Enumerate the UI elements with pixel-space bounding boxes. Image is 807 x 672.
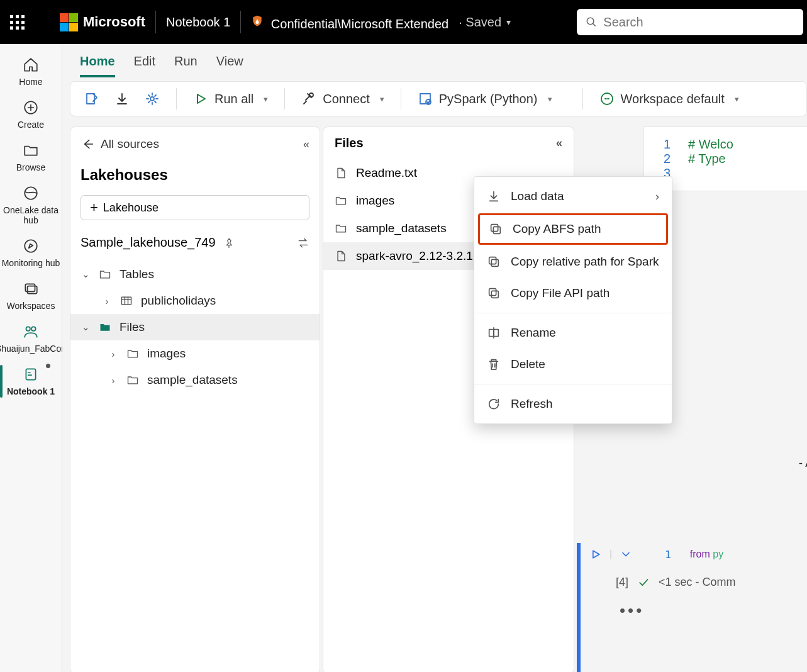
connect-button[interactable]: Connect ▾ (298, 89, 388, 109)
settings-button[interactable] (141, 89, 164, 109)
people-icon (23, 323, 39, 340)
svg-line-3 (593, 23, 595, 26)
chevron-right-icon: › (108, 349, 118, 359)
cell-active-bar (577, 543, 581, 672)
tree-folder-item[interactable]: › images (70, 340, 320, 367)
divider (240, 11, 241, 33)
ctx-refresh[interactable]: Refresh (474, 388, 672, 420)
svg-rect-20 (122, 297, 131, 305)
svg-rect-28 (491, 291, 498, 298)
search-icon (586, 16, 597, 28)
search-box[interactable] (577, 9, 803, 35)
chevron-down-icon: ▾ (735, 94, 739, 104)
table-icon (120, 294, 133, 307)
arrow-left-icon (81, 137, 94, 151)
chevron-down-icon: ⌄ (81, 269, 91, 280)
app-launcher-icon[interactable] (10, 15, 25, 30)
check-icon (637, 576, 650, 589)
chevron-down-icon: ⌄ (81, 322, 91, 333)
rail-create[interactable]: Create (0, 93, 62, 136)
microsoft-logo: Microsoft (60, 13, 145, 31)
tree-table-item[interactable]: › publicholidays (70, 288, 320, 314)
topbar: Microsoft Notebook 1 Confidential\Micros… (0, 0, 807, 44)
add-lakehouse-button[interactable]: + Lakehouse (81, 195, 309, 220)
svg-point-7 (25, 187, 37, 199)
svg-point-19 (601, 93, 613, 104)
tab-edit[interactable]: Edit (134, 54, 155, 77)
copy-icon (489, 222, 503, 236)
brand-text: Microsoft (83, 14, 145, 30)
folder-icon (126, 374, 140, 386)
svg-rect-25 (491, 225, 498, 232)
svg-rect-27 (489, 257, 496, 264)
notebook-icon (23, 366, 39, 383)
swap-icon[interactable] (297, 237, 309, 249)
language-dropdown[interactable]: PySpark (Python) ▾ (414, 89, 556, 109)
shield-icon (251, 13, 264, 28)
play-icon (193, 91, 208, 106)
cell-index: [4] (616, 576, 628, 589)
cell-more-icon[interactable]: ••• (620, 601, 644, 620)
tab-home[interactable]: Home (80, 54, 115, 77)
ctx-copy-abfs[interactable]: Copy ABFS path (478, 213, 668, 245)
rail-monitoring[interactable]: Monitoring hub (0, 232, 62, 274)
run-all-button[interactable]: Run all ▾ (189, 89, 272, 109)
file-icon (335, 249, 347, 264)
rail-onelake[interactable]: OneLake data hub (0, 179, 62, 232)
collapse-left-icon[interactable]: « (303, 138, 309, 151)
cell-run-controls[interactable]: | 1 from py (589, 548, 723, 561)
svg-rect-1 (257, 20, 259, 21)
ctx-copy-relative[interactable]: Copy relative path for Spark (474, 246, 672, 277)
save-state[interactable]: · Saved ▾ (459, 15, 511, 30)
tree-files[interactable]: ⌄ Files (70, 314, 320, 340)
folder-icon (98, 321, 112, 333)
rail-workspace-user[interactable]: Shuaijun_FabCon (0, 317, 62, 360)
cell-status: [4] <1 sec - Comm (616, 576, 736, 589)
pin-icon[interactable] (223, 237, 235, 249)
left-rail: Home Create Browse OneLake data hub Moni… (0, 44, 62, 672)
chevron-right-icon: › (655, 189, 659, 203)
plug-icon (301, 91, 316, 106)
rail-notebook[interactable]: Notebook 1 (0, 360, 62, 403)
confidentiality-label[interactable]: Confidential\Microsoft Extended (251, 13, 448, 31)
active-indicator (0, 365, 3, 398)
notebook-title[interactable]: Notebook 1 (166, 15, 230, 30)
ctx-rename[interactable]: Rename (474, 317, 672, 349)
rail-browse[interactable]: Browse (0, 136, 62, 179)
edit-notebook-button[interactable] (81, 89, 103, 109)
chevron-down-icon: ▾ (506, 17, 511, 27)
tree-folder-item[interactable]: › sample_datasets (70, 367, 320, 393)
lakehouse-name-row[interactable]: Sample_lakehouse_749 (70, 227, 320, 259)
stack-icon (23, 281, 39, 297)
download-button[interactable] (111, 89, 133, 109)
annotation-text: - A (799, 456, 807, 470)
trash-icon (487, 357, 501, 371)
ctx-copy-fileapi[interactable]: Copy File API path (474, 277, 672, 309)
plus-icon: + (90, 199, 98, 216)
lakehouses-heading: Lakehouses (70, 161, 320, 189)
collapse-left-icon[interactable]: « (556, 137, 562, 150)
svg-rect-24 (493, 227, 500, 233)
copy-icon (487, 286, 501, 300)
download-icon (487, 189, 501, 203)
rail-home[interactable]: Home (0, 50, 62, 93)
chevron-down-icon[interactable] (620, 548, 632, 561)
back-all-sources[interactable]: All sources (81, 137, 159, 151)
svg-rect-13 (26, 369, 35, 379)
svg-point-12 (31, 327, 36, 331)
svg-point-15 (150, 97, 154, 101)
environment-dropdown[interactable]: Workspace default ▾ (596, 89, 743, 109)
tab-view[interactable]: View (216, 54, 243, 77)
svg-rect-14 (87, 94, 94, 104)
context-menu: Load data › Copy ABFS path Copy relative… (474, 176, 672, 424)
microsoft-squares-icon (60, 13, 78, 31)
play-icon[interactable] (589, 548, 602, 561)
ctx-delete[interactable]: Delete (474, 349, 672, 380)
tree-tables[interactable]: ⌄ Tables (70, 261, 320, 288)
language-icon (418, 91, 433, 106)
tab-run[interactable]: Run (174, 54, 198, 77)
compass-icon (23, 238, 39, 254)
ctx-load-data[interactable]: Load data › (474, 181, 672, 212)
rail-workspaces[interactable]: Workspaces (0, 274, 62, 317)
search-input[interactable] (603, 15, 794, 30)
